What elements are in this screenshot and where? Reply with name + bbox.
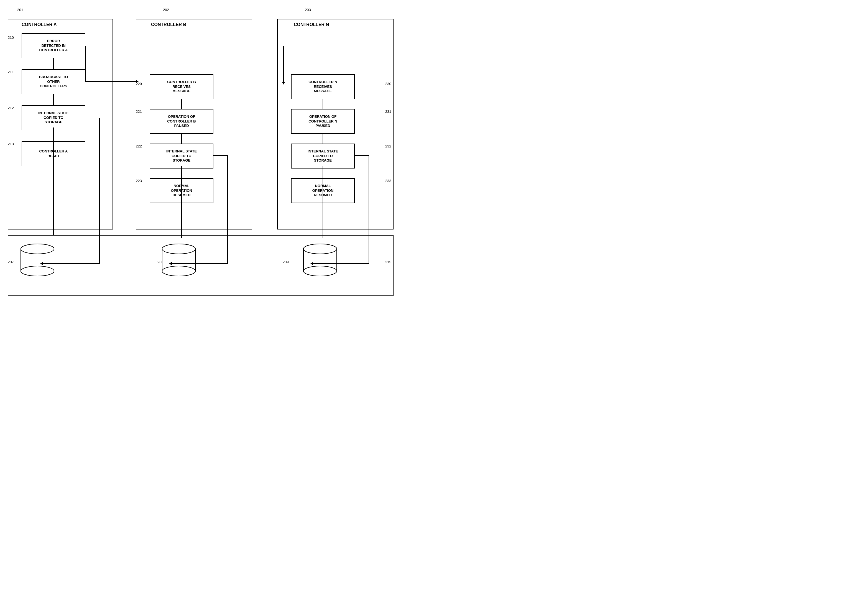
box-a3: INTERNAL STATE COPIED TO STORAGE	[22, 105, 85, 130]
arrow-n2-n3	[323, 134, 323, 144]
arrow-broadcast-v-right	[283, 46, 284, 82]
ref-223: 223	[136, 179, 142, 183]
ref-201: 201	[17, 8, 23, 12]
arrow-a3-storage	[53, 128, 54, 236]
storage-cylinder-b	[159, 244, 198, 276]
bracket-a3-down	[99, 118, 100, 264]
ref-230: 230	[385, 82, 391, 86]
ref-212: 212	[8, 106, 14, 110]
arrow-a2-b1-h	[85, 81, 136, 82]
ref-233: 233	[385, 179, 391, 183]
bracket-n3-down	[368, 155, 369, 264]
ref-232: 232	[385, 144, 391, 148]
arrow-a1-a2	[53, 58, 54, 69]
arrow-b3-storage	[181, 166, 182, 238]
bracket-n3-connect	[313, 263, 368, 264]
controller-n-title: CONTROLLER N	[294, 22, 329, 27]
ref-210: 210	[8, 36, 14, 40]
box-a2: BROADCAST TO OTHER CONTROLLERS	[22, 69, 85, 94]
ref-211: 211	[8, 70, 14, 74]
ref-222: 222	[136, 144, 142, 148]
svg-point-22	[303, 266, 337, 276]
arrow-a2-a3	[53, 94, 54, 105]
box-n2: OPERATION OF CONTROLLER N PAUSED	[291, 109, 355, 134]
bracket-a3-connect	[43, 263, 100, 264]
ref-213: 213	[8, 142, 14, 146]
arrow-n1-n2	[323, 99, 323, 109]
box-n1: CONTROLLER N RECEIVES MESSAGE	[291, 74, 355, 99]
box-n3: INTERNAL STATE COPIED TO STORAGE	[291, 144, 355, 169]
controller-b-title: CONTROLLER B	[151, 22, 186, 27]
ref-231: 231	[385, 109, 391, 114]
ref-221: 221	[136, 109, 142, 114]
box-a1: ERROR DETECTED IN CONTROLLER A	[22, 33, 85, 58]
box-b1: CONTROLLER B RECEIVES MESSAGE	[150, 74, 213, 99]
ref-207: 207	[8, 260, 14, 264]
ref-220: 220	[136, 82, 142, 86]
svg-point-7	[21, 244, 54, 254]
svg-point-6	[21, 266, 54, 276]
ref-209: 209	[283, 260, 289, 264]
svg-point-15	[162, 244, 195, 254]
arrow-b2-b3	[181, 134, 182, 144]
arrow-broadcast-v-left	[85, 46, 86, 82]
storage-cylinder-a	[18, 244, 57, 276]
bracket-b3-down	[227, 155, 228, 264]
arrow-n3-storage	[323, 166, 323, 238]
diagram: 201 202 203 CONTROLLER A CONTROLLER B CO…	[0, 0, 434, 308]
bracket-a3-right	[85, 118, 99, 119]
controller-a-title: CONTROLLER A	[22, 22, 57, 27]
box-b2: OPERATION OF CONTROLLER B PAUSED	[150, 109, 213, 134]
svg-point-23	[303, 244, 337, 254]
ref-202: 202	[163, 8, 169, 12]
arrow-b1-b2	[181, 99, 182, 109]
bracket-n3-right	[355, 155, 368, 156]
bracket-b3-connect	[172, 263, 227, 264]
box-b3: INTERNAL STATE COPIED TO STORAGE	[150, 144, 213, 169]
ref-215: 215	[385, 260, 391, 264]
arrow-broadcast-h	[85, 46, 283, 46]
svg-point-14	[162, 266, 195, 276]
ref-203: 203	[305, 8, 311, 12]
bracket-b3-right	[213, 155, 227, 156]
storage-cylinder-n	[301, 244, 339, 276]
